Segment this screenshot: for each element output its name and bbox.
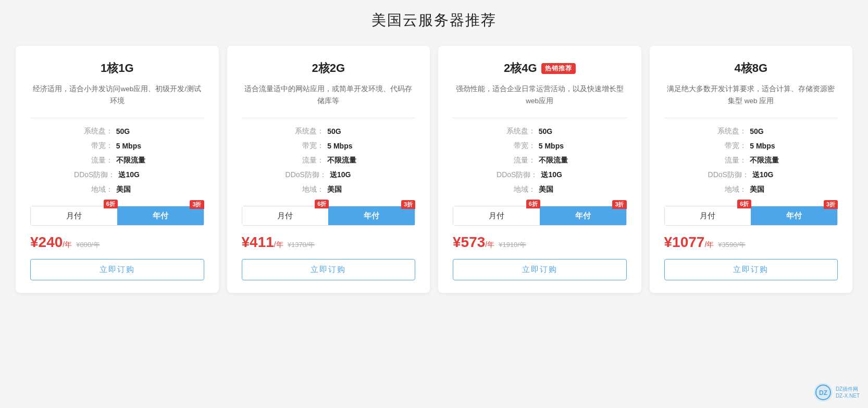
price-row: ¥411/年¥1370/年	[242, 234, 416, 251]
price-row: ¥240/年¥800/年	[30, 234, 204, 251]
current-price: ¥411/年	[242, 234, 283, 251]
spec-list: 系统盘：50G带宽：5 Mbps流量：不限流量DDoS防御：送10G地域：美国	[664, 127, 838, 194]
price-row: ¥573/年¥1910/年	[453, 234, 627, 251]
spec-row: 带宽：5 Mbps	[453, 141, 627, 151]
monthly-discount-tag: 6折	[526, 200, 540, 208]
spec-label: DDoS防御：	[286, 170, 327, 180]
buy-now-button[interactable]: 立即订购	[242, 259, 416, 280]
card-divider	[30, 118, 204, 118]
buy-now-button[interactable]: 立即订购	[453, 259, 627, 280]
spec-value: 送10G	[118, 170, 160, 180]
spec-row: 流量：不限流量	[242, 156, 416, 165]
pricing-card-1: 1核1G经济适用，适合小并发访问web应用、初级开发/测试环境系统盘：50G带宽…	[16, 46, 219, 293]
spec-label: DDoS防御：	[74, 170, 115, 180]
card-title-row: 1核1G	[30, 60, 204, 76]
card-description: 适合流量适中的网站应用，或简单开发环境、代码存储库等	[242, 83, 416, 108]
spec-label: 流量：	[77, 156, 113, 165]
yearly-toggle-btn[interactable]: 年付3折	[117, 206, 204, 225]
spec-row: 地域：美国	[30, 185, 204, 194]
yearly-toggle-btn[interactable]: 年付3折	[540, 206, 626, 225]
spec-value: 50G	[539, 127, 580, 135]
spec-row: 地域：美国	[453, 185, 627, 194]
spec-label: 带宽：	[710, 141, 747, 151]
spec-row: 系统盘：50G	[30, 127, 204, 136]
spec-row: DDoS防御：送10G	[30, 170, 204, 180]
yearly-discount-tag: 3折	[612, 200, 626, 209]
monthly-toggle-btn[interactable]: 月付6折	[31, 206, 117, 225]
spec-row: DDoS防御：送10G	[664, 170, 838, 180]
spec-value: 送10G	[330, 170, 371, 180]
spec-value: 送10G	[752, 170, 794, 180]
card-title: 4核8G	[734, 60, 767, 76]
pricing-card-4: 4核8G满足绝大多数开发计算要求，适合计算、存储资源密集型 web 应用系统盘：…	[650, 46, 853, 293]
spec-value: 5 Mbps	[539, 142, 580, 150]
spec-label: 系统盘：	[77, 127, 113, 136]
card-description: 强劲性能，适合企业日常运营活动，以及快速增长型web应用	[453, 83, 627, 108]
spec-label: 带宽：	[499, 141, 536, 151]
spec-value: 50G	[116, 127, 158, 135]
spec-list: 系统盘：50G带宽：5 Mbps流量：不限流量DDoS防御：送10G地域：美国	[242, 127, 416, 194]
spec-value: 美国	[116, 185, 158, 194]
spec-value: 送10G	[541, 170, 582, 180]
spec-label: 带宽：	[288, 141, 324, 151]
spec-label: 系统盘：	[710, 127, 747, 136]
buy-now-button[interactable]: 立即订购	[664, 259, 838, 280]
spec-value: 不限流量	[750, 156, 791, 165]
spec-row: 带宽：5 Mbps	[242, 141, 416, 151]
spec-row: DDoS防御：送10G	[453, 170, 627, 180]
billing-toggle: 月付6折年付3折	[664, 206, 838, 226]
card-divider	[453, 118, 627, 118]
spec-label: 系统盘：	[288, 127, 324, 136]
watermark-logo-icon: DZ	[814, 383, 833, 402]
spec-value: 美国	[327, 185, 369, 194]
card-description: 经济适用，适合小并发访问web应用、初级开发/测试环境	[30, 83, 204, 108]
card-title-row: 2核4G热销推荐	[453, 60, 627, 76]
monthly-toggle-btn[interactable]: 月付6折	[453, 206, 540, 225]
card-description: 满足绝大多数开发计算要求，适合计算、存储资源密集型 web 应用	[664, 83, 838, 108]
spec-row: 系统盘：50G	[664, 127, 838, 136]
spec-value: 不限流量	[116, 156, 158, 165]
spec-value: 5 Mbps	[750, 142, 791, 150]
spec-value: 5 Mbps	[327, 142, 369, 150]
billing-toggle: 月付6折年付3折	[242, 206, 416, 226]
card-title: 2核4G	[504, 60, 537, 76]
yearly-discount-tag: 3折	[401, 200, 415, 209]
card-title-row: 2核2G	[242, 60, 416, 76]
yearly-discount-tag: 3折	[190, 200, 204, 209]
yearly-discount-tag: 3折	[824, 200, 838, 209]
card-divider	[242, 118, 416, 118]
card-title: 1核1G	[101, 60, 134, 76]
yearly-toggle-btn[interactable]: 年付3折	[751, 206, 837, 225]
spec-label: 地域：	[288, 185, 324, 194]
svg-text:DZ: DZ	[819, 389, 827, 397]
spec-list: 系统盘：50G带宽：5 Mbps流量：不限流量DDoS防御：送10G地域：美国	[453, 127, 627, 194]
spec-row: 地域：美国	[242, 185, 416, 194]
spec-label: 地域：	[499, 185, 536, 194]
spec-row: DDoS防御：送10G	[242, 170, 416, 180]
original-price: ¥1910/年	[499, 240, 526, 250]
spec-label: 流量：	[710, 156, 747, 165]
page-title: 美国云服务器推荐	[0, 10, 868, 30]
watermark: DZ DZ插件网 DZ-X.NET	[814, 383, 860, 402]
spec-row: 流量：不限流量	[453, 156, 627, 165]
spec-row: 带宽：5 Mbps	[664, 141, 838, 151]
spec-label: 流量：	[499, 156, 536, 165]
current-price: ¥573/年	[453, 234, 494, 251]
monthly-toggle-btn[interactable]: 月付6折	[242, 206, 329, 225]
spec-row: 流量：不限流量	[664, 156, 838, 165]
spec-value: 不限流量	[327, 156, 369, 165]
yearly-toggle-btn[interactable]: 年付3折	[328, 206, 415, 225]
monthly-toggle-btn[interactable]: 月付6折	[665, 206, 751, 225]
buy-now-button[interactable]: 立即订购	[30, 259, 204, 280]
spec-label: DDoS防御：	[708, 170, 749, 180]
spec-label: 系统盘：	[499, 127, 536, 136]
spec-label: 流量：	[288, 156, 324, 165]
monthly-discount-tag: 6折	[104, 200, 118, 208]
current-price: ¥1077/年	[664, 234, 714, 251]
spec-label: DDoS防御：	[497, 170, 538, 180]
spec-label: 地域：	[710, 185, 747, 194]
card-divider	[664, 118, 838, 118]
card-title: 2核2G	[312, 60, 345, 76]
card-title-row: 4核8G	[664, 60, 838, 76]
pricing-card-3: 2核4G热销推荐强劲性能，适合企业日常运营活动，以及快速增长型web应用系统盘：…	[438, 46, 641, 293]
